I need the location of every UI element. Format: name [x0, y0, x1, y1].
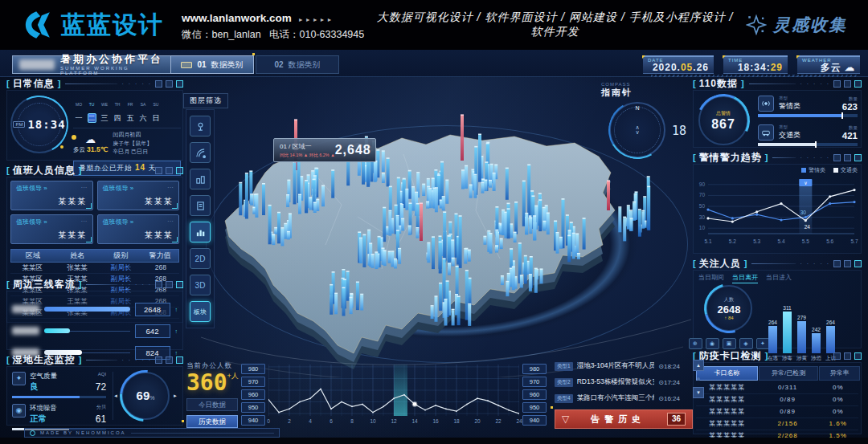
expand-icon[interactable]: [854, 80, 862, 88]
weekday[interactable]: TU: [86, 95, 97, 109]
tab1-label: 数据类别: [211, 59, 244, 71]
expand-icon[interactable]: [854, 352, 862, 360]
dots-decor: · · · · ·: [800, 81, 830, 87]
alert-time: ⊙18:24: [658, 363, 680, 370]
svg-text:70: 70: [699, 192, 706, 198]
weekday[interactable]: 一: [73, 109, 84, 124]
weekday[interactable]: FR: [125, 95, 136, 109]
location-icon[interactable]: ⊕: [689, 338, 702, 349]
weekday[interactable]: 三: [99, 109, 110, 124]
svg-text:10: 10: [699, 225, 706, 230]
checkpoint-name-tab[interactable]: 卡口名称: [696, 366, 758, 381]
minimize-icon[interactable]: [155, 356, 162, 364]
weekday[interactable]: 二: [86, 109, 97, 124]
maximize-icon[interactable]: [844, 154, 851, 161]
minimize-icon[interactable]: [155, 167, 162, 174]
website-link[interactable]: www.lanlanwork.com: [182, 12, 292, 24]
alert-row[interactable]: 类型2RD13-53栋楼报警疑似火灾⊙17:24: [555, 376, 680, 389]
focus-tab[interactable]: 当日离开: [732, 273, 758, 283]
alert-row[interactable]: 类型1湿地3-104片区有不明人员闯入⊙18:24: [555, 360, 680, 373]
bracket: [: [693, 153, 696, 162]
weekday[interactable]: SA: [137, 95, 149, 109]
history-data-button[interactable]: 历史数据: [186, 415, 238, 428]
vehicle-icon[interactable]: ▣: [723, 338, 736, 349]
mode-block-button[interactable]: 板块: [190, 301, 211, 322]
office-xaxis: 024681012141618202224: [268, 418, 519, 426]
minimize-icon[interactable]: [155, 80, 162, 88]
minimize-icon[interactable]: [833, 80, 841, 88]
tab-data-category-2[interactable]: 02 数据类别: [256, 55, 339, 74]
bar-rect: [783, 312, 792, 353]
alert-scrollbar: ▲ ▼: [693, 360, 704, 398]
weekday[interactable]: 四: [112, 109, 123, 124]
weekday[interactable]: 日: [150, 109, 162, 124]
yaxis-tick: 960: [241, 389, 265, 400]
checkpoint-name: 某某某某某: [696, 406, 758, 418]
card-options-icon[interactable]: ···: [167, 184, 174, 193]
alert-count-badge: 36: [667, 413, 686, 426]
gauge-unit: %: [149, 395, 154, 401]
maximize-icon[interactable]: [844, 260, 851, 267]
expand-icon[interactable]: [854, 154, 862, 161]
person-icon[interactable]: ◉: [706, 338, 719, 349]
header-contact-info: www.lanlanwork.com►►►►► 微信：ben_lanlan 电话…: [182, 8, 364, 43]
mode-3d-button[interactable]: 3D: [190, 275, 211, 295]
scroll-thumb[interactable]: [697, 377, 700, 381]
maximize-icon[interactable]: [166, 167, 173, 174]
expand-icon[interactable]: [176, 167, 183, 174]
scroll-down-icon[interactable]: ▼: [693, 387, 704, 398]
mode-2d-button[interactable]: 2D: [190, 248, 211, 269]
maximize-icon[interactable]: [844, 352, 851, 360]
header-line: [772, 157, 795, 158]
radar-layer-icon[interactable]: [190, 142, 211, 163]
weekday[interactable]: 五: [125, 109, 136, 124]
minimize-icon[interactable]: [833, 352, 841, 360]
card-options-icon[interactable]: ···: [167, 218, 174, 226]
checkpoint-row: 某某某某某0/3110%: [696, 382, 858, 394]
maximize-icon[interactable]: [166, 80, 173, 88]
minimize-icon[interactable]: [155, 281, 162, 288]
case-icon[interactable]: ◈: [739, 338, 753, 349]
chart-layer-icon[interactable]: [190, 222, 211, 242]
building-layer-icon[interactable]: [190, 169, 211, 189]
weekday[interactable]: SU: [150, 95, 162, 109]
card-options-icon[interactable]: ···: [81, 184, 88, 193]
weekday[interactable]: TH: [112, 95, 123, 109]
minimize-icon[interactable]: [833, 154, 841, 161]
type-name: 交通类: [779, 130, 837, 141]
inspiration-collect[interactable]: 灵感收集: [746, 14, 847, 36]
expand-icon[interactable]: [176, 281, 183, 288]
maximize-icon[interactable]: [166, 281, 173, 288]
minimize-icon[interactable]: [833, 260, 841, 267]
arrows-decor: ►►►►►: [298, 17, 334, 22]
tab1-number: 01: [197, 60, 206, 69]
weekday[interactable]: MO: [73, 95, 84, 109]
alert-type-badge: 类型1: [555, 362, 573, 371]
tooltip-value: 2,648: [335, 143, 371, 157]
maximize-icon[interactable]: [844, 80, 851, 88]
card-options-icon[interactable]: ···: [81, 218, 88, 226]
alert-history-banner[interactable]: ▽ 告警历史 36: [555, 409, 693, 429]
expand-icon[interactable]: [176, 80, 183, 88]
poi-layer-icon[interactable]: [190, 116, 211, 136]
expand-icon[interactable]: [854, 260, 862, 267]
focus-circle-value: 2648: [718, 303, 741, 316]
lunar-year: 庚子年【鼠年】: [113, 140, 152, 149]
weekday[interactable]: WE: [99, 95, 110, 109]
compass-dial[interactable]: N ∧∨: [609, 102, 665, 158]
maximize-icon[interactable]: [166, 356, 173, 364]
duty-leader-card: 值班领导 »···某某某: [97, 181, 180, 210]
alert-row[interactable]: 类型4某路口有小汽车连闯三个红灯⊙16:24: [555, 392, 680, 405]
doc-layer-icon[interactable]: [190, 195, 211, 216]
bar-rect: [797, 321, 806, 353]
scroll-up-icon[interactable]: ▲: [693, 360, 704, 371]
xaxis-tick: 18: [453, 418, 459, 424]
expand-icon[interactable]: [176, 356, 183, 364]
tab-data-category-1[interactable]: 01 数据类别: [170, 55, 254, 74]
focus-tab[interactable]: 当日进入: [766, 273, 792, 283]
dashboard: 暑期办公协作平台 SUMMER WORKING PLATFORM 01 数据类别…: [0, 50, 868, 444]
compass-chevrons: ∧∨: [635, 125, 639, 134]
today-data-button[interactable]: 今日数据: [186, 398, 238, 411]
weekday[interactable]: 六: [137, 109, 149, 124]
focus-tab[interactable]: 当日期间: [698, 273, 724, 283]
